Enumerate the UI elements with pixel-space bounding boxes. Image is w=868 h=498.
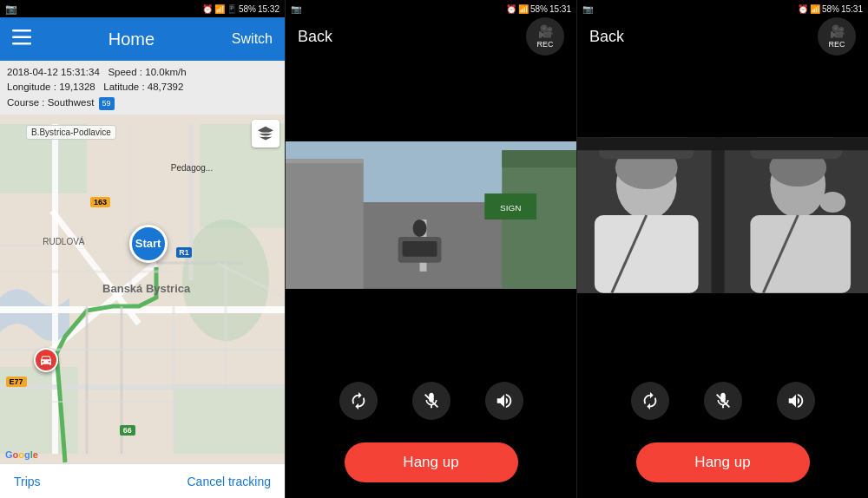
- road-badge-163: 163: [90, 197, 110, 207]
- svg-rect-27: [260, 135, 271, 137]
- google-logo: Google: [5, 449, 38, 460]
- rec-button-p2[interactable]: 🎥 REC: [526, 17, 564, 56]
- back-label-p2[interactable]: Back: [298, 28, 332, 46]
- svg-rect-41: [403, 241, 437, 257]
- svg-rect-46: [712, 137, 725, 292]
- video-top-bar-p2: Back 🎥 REC: [286, 17, 576, 56]
- course-value: Southwest: [48, 97, 95, 108]
- status-bar-panel3: 📷 ⏰ 📶 58% 15:31: [577, 0, 868, 17]
- speed-label: Speed :: [108, 67, 142, 77]
- time-p2: 15:31: [549, 4, 571, 14]
- top-app-bar: Home Switch: [0, 17, 285, 61]
- alarm-icon-p2: ⏰: [506, 4, 516, 14]
- alarm-icon: ⏰: [202, 4, 213, 14]
- interior-camera-panel: 📷 ⏰ 📶 58% 15:31 Back 🎥 REC: [576, 0, 868, 498]
- place-label-2: Pedagog...: [171, 163, 213, 173]
- svg-rect-1: [12, 36, 31, 38]
- svg-rect-58: [577, 137, 868, 150]
- place-label-1: B.Bystrica-Podlavice: [26, 125, 116, 140]
- front-camera-panel: 📷 ⏰ 📶 58% 15:31 Back 🎥 REC: [285, 0, 576, 498]
- video-top-bar-p3: Back 🎥 REC: [577, 17, 868, 56]
- svg-rect-9: [0, 306, 285, 313]
- status-bar-map: 📷 ⏰ 📶 📱 58% 15:32: [0, 0, 285, 17]
- switch-button[interactable]: Switch: [232, 31, 273, 47]
- longitude-label: Longitude :: [7, 82, 56, 92]
- road-badge-r1: R1: [176, 247, 192, 258]
- latitude-label: Latitude :: [103, 82, 144, 92]
- video-controls-p2: [286, 375, 576, 427]
- rec-button-p3[interactable]: 🎥 REC: [818, 17, 856, 56]
- svg-rect-33: [286, 159, 364, 163]
- svg-point-54: [819, 192, 845, 213]
- hangup-container-p2: Hang up: [286, 427, 576, 498]
- speed-badge: 59: [99, 97, 115, 111]
- info-line2: Longitude : 19,1328 Latitude : 48,7392: [7, 80, 278, 95]
- rec-text-p2: REC: [536, 40, 553, 49]
- svg-rect-32: [286, 159, 364, 289]
- hangup-button-p2[interactable]: Hang up: [345, 442, 518, 482]
- start-marker: Start: [129, 225, 168, 263]
- svg-rect-14: [0, 384, 285, 390]
- bottom-bar: Trips Cancel tracking: [0, 463, 285, 498]
- interior-camera-feed: [577, 137, 868, 293]
- alarm-icon-p3: ⏰: [798, 4, 808, 14]
- cancel-tracking-link[interactable]: Cancel tracking: [187, 475, 272, 488]
- camera-icon: 📷: [5, 3, 17, 15]
- longitude-value: 19,1328: [59, 82, 95, 92]
- map-area[interactable]: B.Bystrica-Podlavice 163 R1 E77 66 Bansk…: [0, 115, 285, 463]
- time-text: 15:32: [258, 4, 279, 14]
- wifi-icon-p2: 📶: [518, 4, 529, 14]
- status-icons-p2: ⏰ 📶 58% 15:31: [506, 4, 571, 14]
- status-bar-panel2: 📷 ⏰ 📶 58% 15:31: [286, 0, 576, 17]
- camera-icon-p3: 📷: [582, 4, 593, 14]
- rec-icon-p2: 🎥: [538, 24, 553, 38]
- speed-value: 10.0km/h: [145, 67, 186, 77]
- district-label: RUDLOVÁ: [43, 237, 84, 246]
- hangup-button-p3[interactable]: Hang up: [636, 442, 810, 482]
- rotate-button-p3[interactable]: [631, 382, 669, 420]
- battery-text: 58%: [239, 4, 256, 14]
- home-title: Home: [108, 29, 155, 49]
- svg-rect-26: [260, 133, 271, 134]
- rec-text-p3: REC: [828, 40, 845, 49]
- road-badge-66: 66: [120, 425, 135, 436]
- svg-rect-7: [174, 384, 285, 454]
- map-panel: 📷 ⏰ 📶 📱 58% 15:32 Home Switch 2018-04-12…: [0, 0, 285, 498]
- status-bar-right: ⏰ 📶 📱 58% 15:32: [202, 4, 279, 14]
- menu-icon[interactable]: [12, 29, 31, 49]
- svg-point-38: [413, 220, 427, 237]
- layers-button[interactable]: [252, 120, 279, 147]
- speaker-button-p3[interactable]: [777, 382, 815, 420]
- city-label: Banská Bystrica: [102, 282, 190, 295]
- trips-link[interactable]: Trips: [14, 475, 41, 488]
- wifi-icon-p3: 📶: [810, 4, 820, 14]
- info-line3: Course : Southwest 59: [7, 95, 278, 111]
- black-top-p2: [286, 56, 576, 141]
- svg-rect-49: [595, 215, 699, 293]
- video-controls-p3: [577, 375, 868, 427]
- rotate-button-p2[interactable]: [339, 382, 378, 420]
- hangup-container-p3: Hang up: [577, 427, 868, 498]
- rec-icon-p3: 🎥: [830, 24, 845, 38]
- course-label: Course :: [7, 97, 44, 108]
- camera-icon-p2: 📷: [291, 4, 301, 14]
- road-badge-e77: E77: [6, 377, 27, 387]
- back-label-p3[interactable]: Back: [589, 28, 624, 46]
- latitude-value: 48,7392: [148, 82, 184, 92]
- black-top-p3: [577, 56, 868, 137]
- battery-p2: 58%: [530, 4, 548, 14]
- black-bottom-p2: [286, 289, 576, 375]
- battery-p3: 58%: [822, 4, 839, 14]
- svg-text:SIGN: SIGN: [500, 203, 521, 213]
- svg-rect-35: [502, 150, 576, 167]
- svg-rect-0: [12, 29, 31, 32]
- mute-button-p2[interactable]: [412, 382, 450, 420]
- front-camera-feed: SIGN: [286, 141, 576, 289]
- wifi-icon: 📶: [214, 4, 225, 14]
- speaker-button-p2[interactable]: [485, 382, 523, 420]
- svg-rect-2: [12, 43, 31, 45]
- mute-button-p3[interactable]: [704, 382, 742, 420]
- datetime-text: 2018-04-12 15:31:34: [7, 67, 100, 77]
- svg-rect-53: [750, 215, 851, 293]
- map-controls: [252, 120, 279, 147]
